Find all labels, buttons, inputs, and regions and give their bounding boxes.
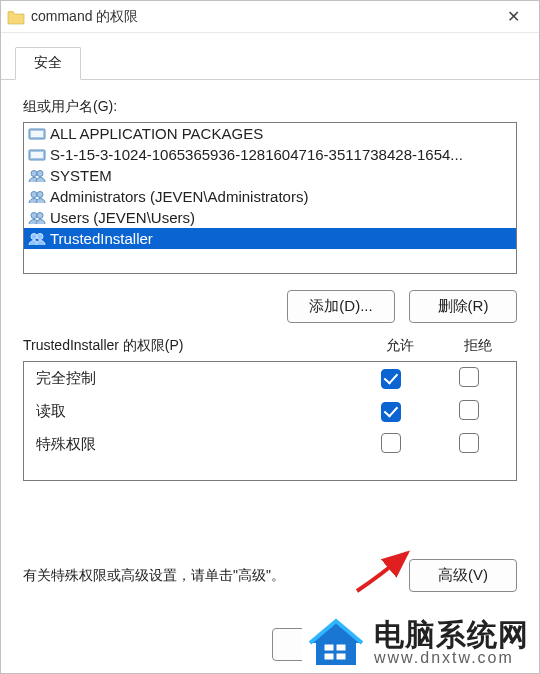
principal-label: ALL APPLICATION PACKAGES [50, 125, 263, 142]
watermark-url: www.dnxtw.com [374, 650, 529, 667]
close-button[interactable]: ✕ [493, 3, 533, 31]
watermark: 电脑系统网 www.dnxtw.com [302, 609, 535, 673]
permission-label: 特殊权限 [36, 435, 352, 454]
package-icon [28, 126, 46, 142]
allow-checkbox[interactable] [381, 369, 401, 389]
principal-label: SYSTEM [50, 167, 112, 184]
add-button[interactable]: 添加(D)... [287, 290, 395, 323]
group-icon [28, 210, 46, 226]
principal-item[interactable]: TrustedInstaller [24, 228, 516, 249]
principal-label: TrustedInstaller [50, 230, 153, 247]
permission-row: 完全控制 [24, 362, 516, 395]
watermark-name: 电脑系统网 [374, 619, 529, 651]
svg-point-11 [37, 233, 43, 239]
tab-strip: 安全 [1, 33, 539, 80]
permissions-listbox: 完全控制读取特殊权限 [23, 361, 517, 481]
svg-point-9 [37, 212, 43, 218]
advanced-button[interactable]: 高级(V) [409, 559, 517, 592]
principals-listbox[interactable]: ALL APPLICATION PACKAGESS-1-15-3-1024-10… [23, 122, 517, 274]
svg-rect-1 [31, 131, 43, 137]
svg-point-5 [37, 170, 43, 176]
principal-item[interactable]: Administrators (JEVEN\Administrators) [24, 186, 516, 207]
principal-item[interactable]: S-1-15-3-1024-1065365936-1281604716-3511… [24, 144, 516, 165]
advanced-row: 有关特殊权限或高级设置，请单击"高级"。 高级(V) [23, 559, 517, 592]
principal-item[interactable]: Users (JEVEN\Users) [24, 207, 516, 228]
deny-checkbox[interactable] [459, 433, 479, 453]
svg-point-4 [31, 170, 37, 176]
principal-buttons: 添加(D)... 删除(R) [23, 290, 517, 323]
permissions-for-label: TrustedInstaller 的权限(P) [23, 337, 361, 355]
principal-label: Users (JEVEN\Users) [50, 209, 195, 226]
svg-point-6 [31, 191, 37, 197]
svg-point-7 [37, 191, 43, 197]
allow-column-header: 允许 [361, 337, 439, 355]
permissions-dialog: command 的权限 ✕ 安全 组或用户名(G): ALL APPLICATI… [0, 0, 540, 674]
svg-rect-3 [31, 152, 43, 158]
principal-label: Administrators (JEVEN\Administrators) [50, 188, 308, 205]
remove-button[interactable]: 删除(R) [409, 290, 517, 323]
allow-checkbox[interactable] [381, 433, 401, 453]
deny-column-header: 拒绝 [439, 337, 517, 355]
security-panel: 组或用户名(G): ALL APPLICATION PACKAGESS-1-15… [1, 80, 539, 602]
deny-checkbox[interactable] [459, 367, 479, 387]
group-icon [28, 168, 46, 184]
principal-item[interactable]: ALL APPLICATION PACKAGES [24, 123, 516, 144]
group-users-label: 组或用户名(G): [23, 98, 517, 116]
group-icon [28, 189, 46, 205]
allow-checkbox[interactable] [381, 402, 401, 422]
titlebar: command 的权限 ✕ [1, 1, 539, 33]
principal-item[interactable]: SYSTEM [24, 165, 516, 186]
deny-checkbox[interactable] [459, 400, 479, 420]
permission-label: 完全控制 [36, 369, 352, 388]
watermark-logo-icon [308, 615, 364, 671]
window-title: command 的权限 [31, 8, 493, 26]
package-icon [28, 147, 46, 163]
tab-security[interactable]: 安全 [15, 47, 81, 80]
folder-icon [7, 9, 25, 25]
svg-point-10 [31, 233, 37, 239]
principal-label: S-1-15-3-1024-1065365936-1281604716-3511… [50, 146, 463, 163]
advanced-hint-text: 有关特殊权限或高级设置，请单击"高级"。 [23, 567, 409, 585]
permissions-header: TrustedInstaller 的权限(P) 允许 拒绝 [23, 337, 517, 355]
permission-label: 读取 [36, 402, 352, 421]
group-icon [28, 231, 46, 247]
svg-point-8 [31, 212, 37, 218]
permission-row: 特殊权限 [24, 428, 516, 461]
permission-row: 读取 [24, 395, 516, 428]
